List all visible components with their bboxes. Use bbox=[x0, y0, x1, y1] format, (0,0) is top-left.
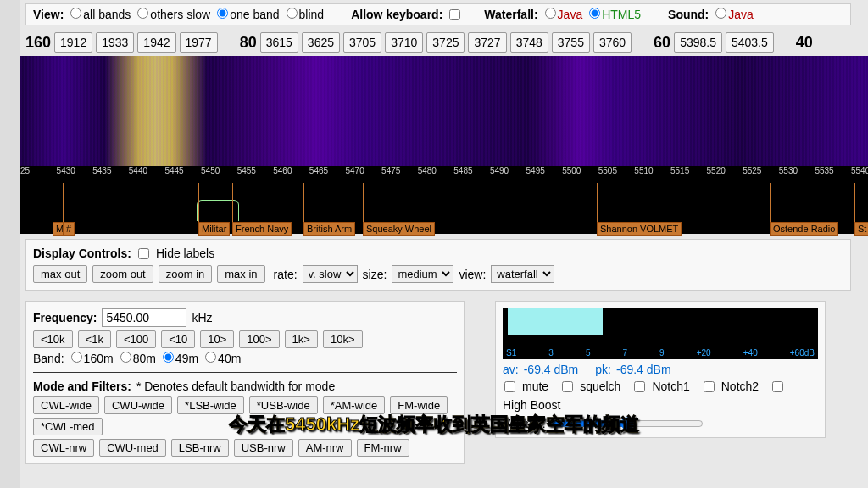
s-meter-scale: S13579+20+40+60dB bbox=[506, 348, 815, 358]
memory-freq-button[interactable]: 3710 bbox=[385, 32, 423, 53]
step-button[interactable]: <100 bbox=[116, 330, 156, 348]
memory-freq-button[interactable]: 1942 bbox=[137, 32, 175, 53]
hide-labels-checkbox[interactable] bbox=[138, 248, 149, 259]
audio-check-label: Notch2 bbox=[721, 380, 759, 393]
band-radio-label: 160m bbox=[84, 352, 114, 365]
size-select[interactable]: medium bbox=[392, 265, 453, 283]
view-radio-label: all bands bbox=[83, 8, 131, 21]
band-header-40[interactable]: 40 bbox=[796, 34, 813, 52]
memory-freq-button[interactable]: 1912 bbox=[54, 32, 92, 53]
step-button[interactable]: 100> bbox=[239, 330, 279, 348]
memory-freq-button[interactable]: 3615 bbox=[260, 32, 298, 53]
mode-button[interactable]: *CWL-med bbox=[33, 418, 103, 435]
scale-tick: 5505 bbox=[598, 166, 617, 175]
memory-freq-button[interactable]: 5398.5 bbox=[674, 32, 722, 53]
allow-keyboard-label: Allow keyboard: bbox=[351, 8, 442, 21]
view-radio-label: others slow bbox=[150, 8, 210, 21]
band-radio-160m[interactable] bbox=[71, 352, 82, 363]
memory-freq-button[interactable]: 1933 bbox=[96, 32, 134, 53]
memory-freq-button[interactable]: 3705 bbox=[343, 32, 381, 53]
mode-button[interactable]: CWL-wide bbox=[33, 396, 99, 414]
step-button[interactable]: <10 bbox=[161, 330, 195, 348]
band-radio-80m[interactable] bbox=[120, 352, 131, 363]
mode-button[interactable]: CWL-nrw bbox=[33, 439, 94, 457]
audio-check-squelch[interactable] bbox=[562, 381, 573, 392]
station-label[interactable]: Ostende Radio bbox=[770, 222, 838, 236]
station-labels-row: M#MilitarFrench NavyBritish ArmSqueaky W… bbox=[20, 183, 868, 234]
mode-filters-note: * Denotes default bandwidth for mode bbox=[136, 380, 335, 393]
memory-freq-button[interactable]: 3748 bbox=[510, 32, 548, 53]
sound-radio-Java[interactable] bbox=[715, 8, 726, 19]
display-controls-panel: Display Controls: Hide labels max outzoo… bbox=[25, 239, 851, 291]
mode-button[interactable]: LSB-nrw bbox=[171, 439, 229, 457]
step-button[interactable]: 10> bbox=[200, 330, 234, 348]
pk-label: pk: bbox=[595, 363, 611, 376]
station-marker-line bbox=[232, 183, 233, 222]
scale-tick: 5485 bbox=[453, 166, 472, 175]
band-header-60[interactable]: 60 bbox=[654, 34, 670, 52]
step-button[interactable]: 1k> bbox=[285, 330, 318, 348]
station-label[interactable]: French Navy bbox=[232, 222, 292, 236]
smeter-tick: S1 bbox=[506, 348, 516, 358]
zoom-button-zoom-in[interactable]: zoom in bbox=[159, 265, 213, 283]
mode-button[interactable]: AM-nrw bbox=[298, 439, 352, 457]
scale-tick: 5525 bbox=[743, 166, 761, 175]
zoom-button-max-out[interactable]: max out bbox=[33, 265, 87, 283]
audio-check-notch1[interactable] bbox=[634, 381, 645, 392]
step-button[interactable]: <10k bbox=[33, 330, 73, 348]
band-radio-40m[interactable] bbox=[205, 352, 216, 363]
smeter-tick: 9 bbox=[659, 348, 665, 358]
mode-button[interactable]: CWU-med bbox=[99, 439, 166, 457]
waterfall-radio-Java[interactable] bbox=[545, 8, 556, 19]
frequency-input[interactable] bbox=[102, 308, 186, 327]
scale-tick: 5440 bbox=[129, 166, 147, 175]
audio-check-mute[interactable] bbox=[504, 381, 515, 392]
band-memory-row: 1601912193319421977803615362537053710372… bbox=[0, 29, 868, 56]
station-label[interactable]: Shannon VOLMET bbox=[597, 222, 682, 236]
view-select[interactable]: waterfall bbox=[491, 265, 554, 283]
sound-options: Java bbox=[714, 8, 759, 21]
memory-freq-button[interactable]: 3727 bbox=[468, 32, 506, 53]
memory-freq-button[interactable]: 5403.5 bbox=[726, 32, 774, 53]
memory-freq-button[interactable]: 3725 bbox=[426, 32, 465, 53]
band-radio-49m[interactable] bbox=[163, 352, 174, 363]
size-label: size: bbox=[363, 268, 387, 281]
scale-tick: 5460 bbox=[273, 166, 292, 175]
audio-check-label: High Boost bbox=[503, 398, 560, 412]
audio-check-notch2[interactable] bbox=[704, 381, 715, 392]
memory-freq-button[interactable]: 3760 bbox=[593, 32, 632, 53]
band-header-80[interactable]: 80 bbox=[240, 34, 257, 52]
audio-check-high-boost[interactable] bbox=[772, 381, 783, 392]
station-label[interactable]: British Arm bbox=[303, 222, 355, 236]
frequency-scale: 2554305435544054455450545554605465547054… bbox=[20, 166, 868, 183]
memory-freq-button[interactable]: 3625 bbox=[302, 32, 340, 53]
waterfall-radio-HTML5[interactable] bbox=[589, 8, 600, 19]
step-button[interactable]: 10k> bbox=[323, 330, 363, 348]
view-radio-all-bands[interactable] bbox=[70, 8, 81, 19]
station-label[interactable]: Militar bbox=[198, 222, 230, 236]
waterfall-radio-label: HTML5 bbox=[602, 8, 641, 21]
mode-button[interactable]: CWU-wide bbox=[104, 396, 172, 414]
mode-button[interactable]: FM-nrw bbox=[357, 439, 409, 457]
memory-freq-button[interactable]: 1977 bbox=[180, 32, 218, 53]
scale-tick: 5465 bbox=[309, 166, 328, 175]
view-radio-others-slow[interactable] bbox=[137, 8, 148, 19]
station-label[interactable]: # bbox=[63, 222, 75, 236]
waterfall-display[interactable] bbox=[20, 56, 868, 166]
station-label[interactable]: Squeaky Wheel bbox=[363, 222, 435, 236]
scale-tick: 5455 bbox=[237, 166, 256, 175]
memory-freq-button[interactable]: 3755 bbox=[552, 32, 590, 53]
allow-keyboard-checkbox[interactable] bbox=[449, 9, 460, 20]
av-label: av: bbox=[503, 363, 519, 376]
mode-button[interactable]: USB-nrw bbox=[234, 439, 293, 457]
view-radio-blind[interactable] bbox=[287, 8, 298, 19]
view-radio-one-band[interactable] bbox=[217, 8, 228, 19]
rate-select[interactable]: v. slow bbox=[303, 265, 358, 283]
scale-tick: 5450 bbox=[201, 166, 220, 175]
zoom-button-max-in[interactable]: max in bbox=[217, 265, 264, 283]
step-button[interactable]: <1k bbox=[78, 330, 111, 348]
s-meter-bar bbox=[508, 308, 603, 336]
zoom-button-zoom-out[interactable]: zoom out bbox=[92, 265, 153, 283]
band-header-160[interactable]: 160 bbox=[25, 34, 51, 52]
station-label[interactable]: St bbox=[854, 222, 868, 236]
